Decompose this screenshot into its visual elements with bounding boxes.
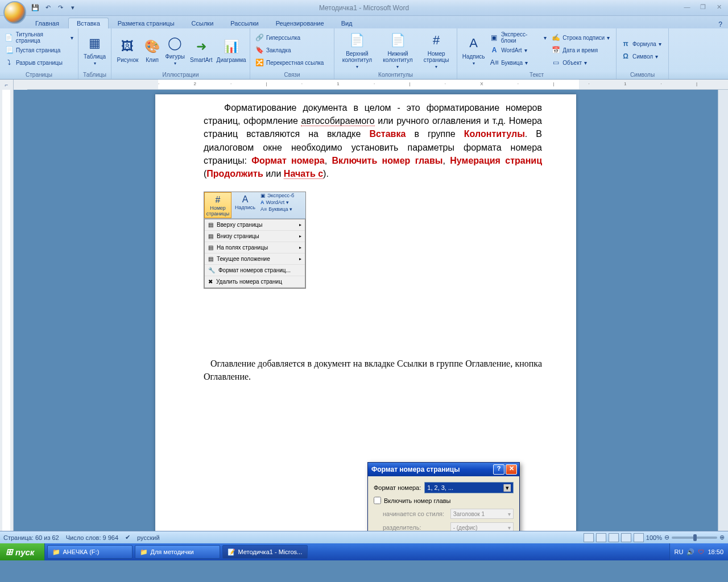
view-outline[interactable] <box>621 533 631 542</box>
datetime-button[interactable]: 📅Дата и время <box>549 44 614 56</box>
office-button[interactable] <box>3 1 26 24</box>
word-icon: 📝 <box>228 548 235 556</box>
smartart-icon: ➜ <box>192 38 210 56</box>
shapes-button[interactable]: ◯Фигуры▾ <box>163 30 187 70</box>
chart-button[interactable]: 📊Диаграмма <box>215 30 247 70</box>
group-label-links: Связи <box>253 70 332 79</box>
smartart-button[interactable]: ➜SmartArt <box>187 30 215 70</box>
tab-review[interactable]: Рецензирование <box>268 18 332 28</box>
number-format-combo[interactable]: 1, 2, 3, ... <box>424 482 514 493</box>
ruler-horizontal[interactable]: · 2 · | · 1 · | · X · | · 1 · | · 2 · | … <box>27 80 728 90</box>
view-web[interactable] <box>609 533 619 542</box>
page-break-button[interactable]: ⤵Разрыв страницы <box>2 56 76 69</box>
page-break-icon: ⤵ <box>5 58 14 67</box>
page-number-button[interactable]: #Номер страницы▾ <box>418 30 454 70</box>
minimize-button[interactable]: — <box>680 3 694 13</box>
taskbar-item-0[interactable]: 📁АНЕЧКА (F:) <box>47 545 133 559</box>
dialog-close-button[interactable]: ✕ <box>506 464 517 475</box>
blank-page-button[interactable]: 📃Пустая страница <box>2 44 76 56</box>
crossref-icon: 🔀 <box>255 58 264 67</box>
textbox-button[interactable]: AНадпись▾ <box>460 30 487 70</box>
clipart-button[interactable]: 🎨Клип <box>142 30 163 70</box>
chart-icon: 📊 <box>222 38 241 56</box>
tab-insert[interactable]: Вставка <box>68 18 109 28</box>
status-bar: Страница: 60 из 62 Число слов: 9 964 ✔ р… <box>0 531 728 543</box>
save-icon[interactable]: 💾 <box>30 2 41 14</box>
separator-select: - (дефис) <box>450 522 514 531</box>
wordart-button[interactable]: AWordArt ▾ <box>487 44 549 56</box>
ruler-vertical[interactable] <box>0 90 14 531</box>
tab-mailings[interactable]: Рассылки <box>222 18 266 28</box>
crossref-button[interactable]: 🔀Перекрестная ссылка <box>253 56 332 69</box>
undo-icon[interactable]: ↶ <box>42 2 53 14</box>
zoom-out[interactable]: ⊖ <box>664 534 669 541</box>
system-tray: RU 🔊 🛡 18:50 <box>669 543 728 560</box>
equation-button[interactable]: πФормула ▾ <box>619 38 666 50</box>
group-label-text: Текст <box>460 70 614 79</box>
vertical-scrollbar[interactable] <box>718 90 728 531</box>
zoom-in[interactable]: ⊕ <box>719 534 725 541</box>
group-label-pages: Страницы <box>2 70 76 79</box>
taskbar-item-1[interactable]: 📁Для методички <box>135 545 220 559</box>
quick-access-toolbar: 💾 ↶ ↷ ▾ <box>30 2 78 14</box>
dropcap-button[interactable]: A≡Буквица ▾ <box>487 56 549 69</box>
view-draft[interactable] <box>634 533 644 542</box>
tab-references[interactable]: Ссылки <box>184 18 222 28</box>
tray-lang[interactable]: RU <box>675 548 684 555</box>
picture-icon: 🖼 <box>118 38 136 56</box>
tray-shield-icon[interactable]: 🛡 <box>698 548 704 555</box>
taskbar-item-2[interactable]: 📝Методичка1 - Micros... <box>222 545 308 559</box>
clipart-icon: 🎨 <box>143 38 162 56</box>
paragraph-1: Форматирование документа в целом - это ф… <box>204 101 542 180</box>
document-scroll[interactable]: Форматирование документа в целом - это ф… <box>14 90 718 531</box>
tab-selector[interactable]: ⌐ <box>0 80 14 90</box>
shapes-icon: ◯ <box>166 34 184 52</box>
status-proofing-icon[interactable]: ✔ <box>125 534 130 541</box>
include-chapter-checkbox[interactable]: Включить номер главы <box>374 497 514 504</box>
tab-page-layout[interactable]: Разметка страницы <box>110 18 183 28</box>
header-button[interactable]: 📄Верхний колонтитул▾ <box>337 30 378 70</box>
ribbon: 📄Титульная страница ▾ 📃Пустая страница ⤵… <box>0 28 728 80</box>
dialog-help-button[interactable]: ? <box>493 464 504 475</box>
view-print-layout[interactable] <box>584 533 594 542</box>
hyperlink-button[interactable]: 🔗Гиперссылка <box>253 31 332 44</box>
status-page[interactable]: Страница: 60 из 62 <box>3 534 59 541</box>
status-language[interactable]: русский <box>137 534 159 541</box>
zoom-slider[interactable] <box>672 537 717 539</box>
status-words[interactable]: Число слов: 9 964 <box>66 534 118 541</box>
tray-clock[interactable]: 18:50 <box>708 548 723 555</box>
footer-icon: 📄 <box>388 31 407 49</box>
format-label: Формат номера: <box>374 484 421 491</box>
start-button[interactable]: ⊞пуск <box>0 543 45 560</box>
signature-line-button[interactable]: ✍Строка подписи ▾ <box>549 31 614 44</box>
symbol-button[interactable]: ΩСимвол ▾ <box>619 50 666 63</box>
help-icon[interactable]: ? <box>718 20 722 28</box>
dialog-titlebar[interactable]: Формат номера страницы ? ✕ <box>368 463 519 476</box>
zoom-level[interactable]: 100% <box>646 534 662 541</box>
ribbon-tabs: Главная Вставка Разметка страницы Ссылки… <box>0 16 728 28</box>
footer-button[interactable]: 📄Нижний колонтитул▾ <box>378 30 419 70</box>
picture-button[interactable]: 🖼Рисунок <box>114 30 142 70</box>
maximize-button[interactable]: ❐ <box>696 3 710 13</box>
table-button[interactable]: ▦Таблица▾ <box>81 30 109 70</box>
tab-view[interactable]: Вид <box>333 18 361 28</box>
object-button[interactable]: ▭Объект ▾ <box>549 56 614 69</box>
tray-volume-icon[interactable]: 🔊 <box>686 548 694 556</box>
group-label-headerfooter: Колонтитулы <box>337 70 454 79</box>
redo-icon[interactable]: ↷ <box>55 2 66 14</box>
equation-icon: π <box>621 39 630 48</box>
page-icon: 📄 <box>5 33 14 42</box>
close-button[interactable]: ✕ <box>712 3 726 13</box>
dialog-title: Формат номера страницы <box>371 465 460 473</box>
cover-page-button[interactable]: 📄Титульная страница ▾ <box>2 31 76 44</box>
document-area: Форматирование документа в целом - это ф… <box>0 90 728 531</box>
qat-more-icon[interactable]: ▾ <box>67 2 78 14</box>
embedded-menu-image: #Номер страницы AНадпись ▣Экспресс-б AWo… <box>204 192 306 289</box>
embed-pagenum: #Номер страницы <box>204 192 231 218</box>
group-label-symbols: Символы <box>619 70 666 79</box>
bookmark-button[interactable]: 🔖Закладка <box>253 44 332 56</box>
view-full-screen[interactable] <box>596 533 606 542</box>
tab-home[interactable]: Главная <box>27 18 67 28</box>
quickparts-button[interactable]: ▣Экспресс-блоки ▾ <box>487 31 549 44</box>
hyperlink-icon: 🔗 <box>255 33 264 42</box>
